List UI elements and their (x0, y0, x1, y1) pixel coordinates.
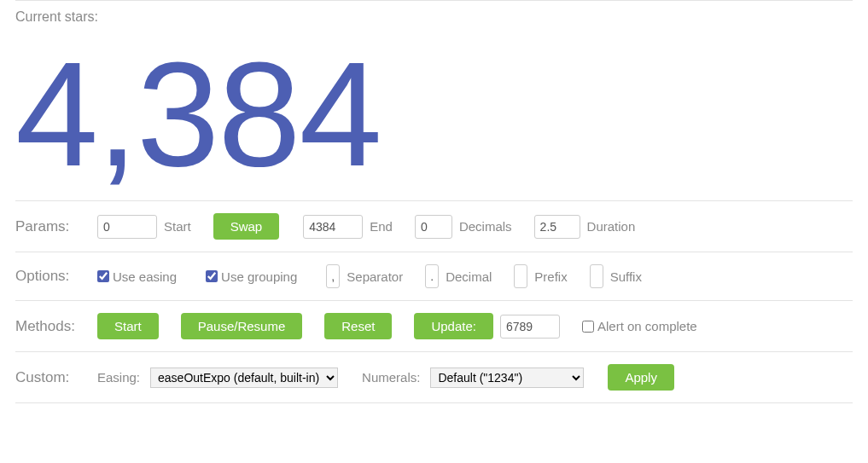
separator-input[interactable] (326, 264, 340, 288)
use-easing-option[interactable]: Use easing (97, 269, 177, 284)
easing-label: Easing: (97, 370, 140, 385)
reset-button[interactable]: Reset (324, 313, 392, 339)
start-button[interactable]: Start (97, 313, 159, 339)
update-button[interactable]: Update: (414, 313, 493, 339)
options-label: Options: (15, 268, 90, 285)
end-label: End (370, 219, 393, 234)
duration-label: Duration (587, 219, 636, 234)
decimals-input[interactable] (415, 215, 452, 239)
update-value-input[interactable] (500, 315, 560, 339)
alert-on-complete-label: Alert on complete (597, 319, 697, 333)
alert-on-complete-checkbox[interactable] (582, 321, 594, 333)
custom-section: Custom: Easing: easeOutExpo (default, bu… (15, 351, 853, 403)
decimal-label: Decimal (446, 269, 492, 284)
methods-section: Methods: Start Pause/Resume Reset Update… (15, 300, 853, 351)
decimal-input[interactable] (425, 264, 439, 288)
use-grouping-label: Use grouping (221, 269, 297, 284)
numerals-select[interactable]: Default ("1234") (430, 368, 584, 388)
pause-resume-button[interactable]: Pause/Resume (181, 313, 303, 339)
params-section: Params: Start Swap End Decimals Duration (15, 200, 853, 252)
use-grouping-option[interactable]: Use grouping (206, 269, 297, 284)
prefix-label: Prefix (534, 269, 567, 284)
use-easing-label: Use easing (113, 269, 177, 284)
current-stars-label: Current stars: (15, 9, 853, 25)
params-label: Params: (15, 218, 90, 235)
alert-on-complete-option[interactable]: Alert on complete (582, 319, 697, 333)
custom-label: Custom: (15, 369, 90, 386)
start-label: Start (164, 219, 191, 234)
prefix-input[interactable] (514, 264, 527, 288)
methods-label: Methods: (15, 318, 90, 335)
suffix-label: Suffix (610, 269, 642, 284)
big-counter-value: 4,384 (15, 43, 853, 185)
top-divider (15, 0, 853, 1)
suffix-input[interactable] (590, 264, 603, 288)
start-input[interactable] (97, 215, 157, 239)
options-section: Options: Use easing Use grouping Separat… (15, 252, 853, 300)
easing-select[interactable]: easeOutExpo (default, built-in) (150, 368, 338, 388)
numerals-label: Numerals: (362, 370, 420, 385)
end-input[interactable] (303, 215, 363, 239)
use-grouping-checkbox[interactable] (206, 270, 218, 282)
swap-button[interactable]: Swap (213, 213, 280, 240)
use-easing-checkbox[interactable] (97, 270, 109, 282)
separator-label: Separator (347, 269, 403, 284)
decimals-label: Decimals (459, 219, 512, 234)
apply-button[interactable]: Apply (608, 364, 674, 391)
duration-input[interactable] (534, 215, 580, 239)
